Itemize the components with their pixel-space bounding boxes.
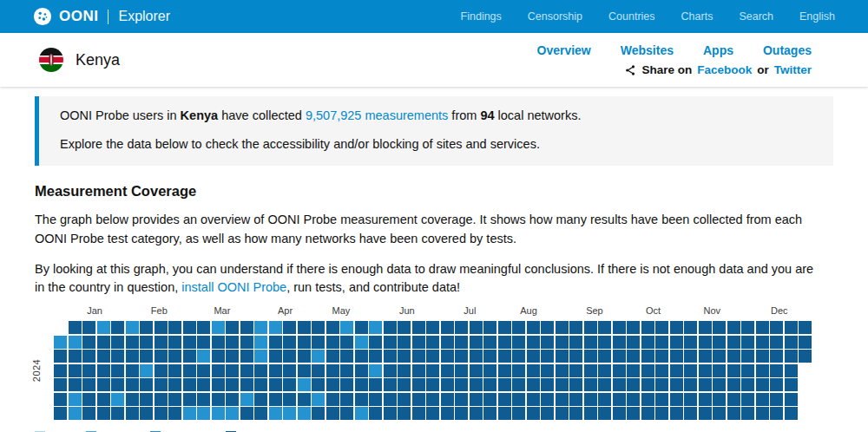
heatmap-cell[interactable] [340,364,353,377]
heatmap-cell[interactable] [785,364,798,377]
heatmap-cell[interactable] [398,393,411,406]
heatmap-cell[interactable] [684,350,697,363]
heatmap-cell[interactable] [269,350,282,363]
heatmap-cell[interactable] [254,321,267,334]
heatmap-cell[interactable] [613,407,626,420]
heatmap-cell[interactable] [340,336,353,349]
heatmap-cell[interactable] [512,321,525,334]
heatmap-cell[interactable] [785,350,798,363]
heatmap-cell[interactable] [426,364,439,377]
heatmap-cell[interactable] [670,393,683,406]
heatmap-cell[interactable] [483,350,496,363]
heatmap-cell[interactable] [613,364,626,377]
heatmap-cell[interactable] [412,321,425,334]
heatmap-cell[interactable] [741,350,754,363]
heatmap-cell[interactable] [670,336,683,349]
heatmap-cell[interactable] [527,336,540,349]
heatmap-cell[interactable] [641,407,654,420]
heatmap-cell[interactable] [741,407,754,420]
heatmap-cell[interactable] [670,378,683,391]
heatmap-cell[interactable] [727,378,740,391]
heatmap-cell[interactable] [384,407,397,420]
heatmap-cell[interactable] [183,336,196,349]
heatmap-cell[interactable] [69,393,82,406]
heatmap-cell[interactable] [326,321,339,334]
heatmap-cell[interactable] [512,336,525,349]
heatmap-cell[interactable] [355,393,368,406]
heatmap-cell[interactable] [298,336,311,349]
heatmap-cell[interactable] [627,378,640,391]
heatmap-cell[interactable] [426,350,439,363]
heatmap-cell[interactable] [584,336,597,349]
country-tab-apps[interactable]: Apps [703,43,733,57]
heatmap-cell[interactable] [155,336,168,349]
heatmap-cell[interactable] [126,321,139,334]
heatmap-cell[interactable] [426,378,439,391]
heatmap-cell[interactable] [283,321,296,334]
heatmap-cell[interactable] [97,393,110,406]
heatmap-cell[interactable] [756,364,769,377]
heatmap-cell[interactable] [355,350,368,363]
heatmap-cell[interactable] [412,350,425,363]
heatmap-cell[interactable] [355,336,368,349]
heatmap-cell[interactable] [254,407,267,420]
heatmap-cell[interactable] [412,393,425,406]
heatmap-cell[interactable] [470,321,483,334]
language-selector[interactable]: English [799,10,835,23]
heatmap-cell[interactable] [741,321,754,334]
heatmap-cell[interactable] [140,378,153,391]
heatmap-cell[interactable] [54,378,67,391]
heatmap-cell[interactable] [326,378,339,391]
heatmap-cell[interactable] [82,407,95,420]
nav-item-findings[interactable]: Findings [461,10,502,23]
heatmap-cell[interactable] [240,378,253,391]
heatmap-cell[interactable] [541,378,554,391]
heatmap-cell[interactable] [398,350,411,363]
heatmap-cell[interactable] [384,321,397,334]
heatmap-cell[interactable] [54,407,67,420]
heatmap-cell[interactable] [312,336,325,349]
heatmap-cell[interactable] [799,321,812,334]
heatmap-cell[interactable] [627,336,640,349]
heatmap-cell[interactable] [498,378,511,391]
heatmap-cell[interactable] [412,336,425,349]
heatmap-cell[interactable] [569,393,582,406]
heatmap-cell[interactable] [470,336,483,349]
heatmap-cell[interactable] [398,364,411,377]
heatmap-cell[interactable] [470,393,483,406]
heatmap-cell[interactable] [369,321,382,334]
heatmap-cell[interactable] [498,350,511,363]
heatmap-cell[interactable] [340,350,353,363]
heatmap-cell[interactable] [312,378,325,391]
share-facebook-link[interactable]: Facebook [697,63,752,76]
heatmap-cell[interactable] [183,407,196,420]
heatmap-cell[interactable] [384,378,397,391]
heatmap-cell[interactable] [598,378,611,391]
heatmap-cell[interactable] [699,407,712,420]
heatmap-cell[interactable] [483,336,496,349]
heatmap-cell[interactable] [54,336,67,349]
heatmap-cell[interactable] [770,350,783,363]
heatmap-cell[interactable] [641,350,654,363]
heatmap-cell[interactable] [727,350,740,363]
heatmap-cell[interactable] [584,321,597,334]
heatmap-cell[interactable] [426,321,439,334]
heatmap-cell[interactable] [556,364,569,377]
heatmap-cell[interactable] [82,378,95,391]
heatmap-cell[interactable] [369,407,382,420]
heatmap-cell[interactable] [756,336,769,349]
heatmap-cell[interactable] [69,350,82,363]
heatmap-cell[interactable] [470,350,483,363]
heatmap-cell[interactable] [655,364,668,377]
heatmap-cell[interactable] [126,336,139,349]
heatmap-cell[interactable] [627,364,640,377]
heatmap-cell[interactable] [598,336,611,349]
heatmap-cell[interactable] [470,407,483,420]
heatmap-cell[interactable] [655,378,668,391]
heatmap-cell[interactable] [212,378,225,391]
heatmap-cell[interactable] [155,378,168,391]
heatmap-cell[interactable] [212,321,225,334]
heatmap-cell[interactable] [140,393,153,406]
heatmap-cell[interactable] [641,336,654,349]
heatmap-cell[interactable] [126,393,139,406]
